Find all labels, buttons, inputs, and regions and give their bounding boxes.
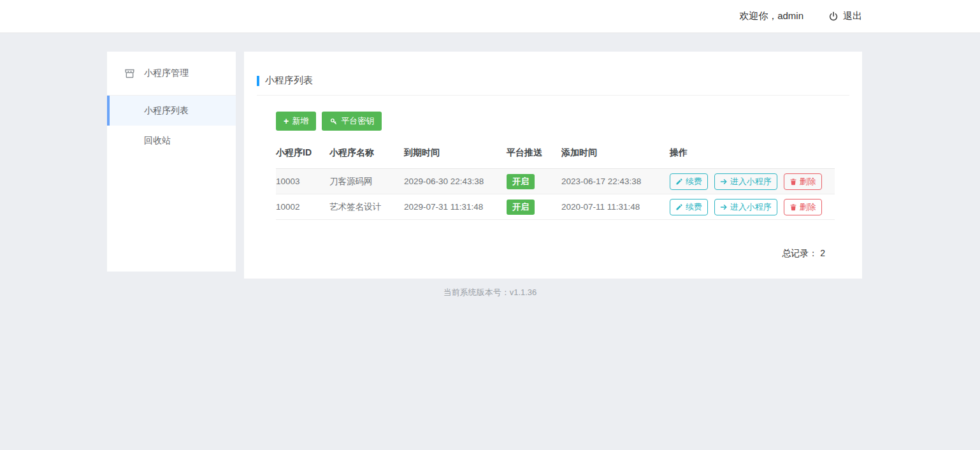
panel-title-text: 小程序列表 bbox=[265, 75, 313, 87]
col-header-name: 小程序名称 bbox=[329, 139, 404, 169]
cell-name: 刀客源码网 bbox=[329, 169, 404, 194]
delete-label: 删除 bbox=[800, 201, 816, 213]
sidebar-item-label: 小程序列表 bbox=[144, 105, 189, 117]
logout-label: 退出 bbox=[843, 10, 862, 22]
renew-label: 续费 bbox=[686, 176, 702, 187]
col-header-id: 小程序ID bbox=[276, 139, 329, 169]
add-button[interactable]: + 新增 bbox=[276, 112, 316, 131]
sidebar: 小程序管理 小程序列表 回收站 bbox=[107, 52, 236, 272]
total-records: 总记录： 2 bbox=[276, 248, 835, 259]
sidebar-item-recycle-bin[interactable]: 回收站 bbox=[107, 126, 236, 156]
col-header-actions: 操作 bbox=[670, 139, 835, 169]
cell-expire: 2029-06-30 22:43:38 bbox=[404, 169, 507, 194]
col-header-added: 添加时间 bbox=[561, 139, 670, 169]
cell-id: 10003 bbox=[276, 169, 329, 194]
delete-button[interactable]: 删除 bbox=[784, 199, 822, 215]
cell-expire: 2029-07-31 11:31:48 bbox=[404, 194, 507, 220]
status-badge: 开启 bbox=[507, 200, 535, 215]
power-icon bbox=[828, 11, 839, 22]
sidebar-item-label: 回收站 bbox=[144, 135, 171, 147]
enter-miniprogram-button[interactable]: 进入小程序 bbox=[714, 173, 777, 190]
table-row: 10002 艺术签名设计 2029-07-31 11:31:48 开启 2020… bbox=[276, 194, 835, 220]
topbar: 欢迎你，admin 退出 bbox=[0, 0, 980, 33]
delete-label: 删除 bbox=[800, 176, 816, 187]
sidebar-item-miniprogram-list[interactable]: 小程序列表 bbox=[107, 96, 236, 126]
page-body: 小程序管理 小程序列表 回收站 小程序列表 + 新增 bbox=[107, 52, 980, 279]
pencil-icon bbox=[675, 178, 683, 185]
renew-button[interactable]: 续费 bbox=[670, 173, 708, 190]
enter-label: 进入小程序 bbox=[730, 176, 772, 187]
panel-content: + 新增 平台密钥 bbox=[244, 112, 862, 259]
platform-key-button[interactable]: 平台密钥 bbox=[322, 112, 382, 131]
cell-added: 2020-07-11 11:31:48 bbox=[561, 194, 670, 220]
renew-button[interactable]: 续费 bbox=[670, 199, 708, 215]
table-header-row: 小程序ID 小程序名称 到期时间 平台推送 添加时间 操作 bbox=[276, 139, 835, 169]
version-footer: 当前系统版本号：v1.1.36 bbox=[0, 287, 980, 298]
trash-icon bbox=[789, 203, 797, 211]
storefront-icon bbox=[124, 68, 136, 80]
plus-icon: + bbox=[284, 117, 289, 126]
key-icon bbox=[329, 117, 338, 126]
logout-button[interactable]: 退出 bbox=[828, 10, 862, 22]
renew-label: 续费 bbox=[686, 201, 702, 213]
miniprogram-table: 小程序ID 小程序名称 到期时间 平台推送 添加时间 操作 10003 刀客源码… bbox=[276, 139, 835, 220]
sidebar-group-miniprogram-management[interactable]: 小程序管理 bbox=[107, 52, 236, 96]
toolbar: + 新增 平台密钥 bbox=[276, 112, 835, 131]
cell-id: 10002 bbox=[276, 194, 329, 220]
col-header-expire: 到期时间 bbox=[404, 139, 507, 169]
sidebar-group-label: 小程序管理 bbox=[144, 68, 189, 79]
arrow-right-icon bbox=[720, 203, 728, 211]
enter-miniprogram-button[interactable]: 进入小程序 bbox=[714, 199, 777, 215]
panel-title: 小程序列表 bbox=[257, 52, 849, 96]
enter-label: 进入小程序 bbox=[730, 201, 772, 213]
title-accent-bar bbox=[257, 76, 259, 86]
cell-added: 2023-06-17 22:43:38 bbox=[561, 169, 670, 194]
delete-button[interactable]: 删除 bbox=[784, 173, 822, 190]
status-badge: 开启 bbox=[507, 174, 535, 189]
table-row: 10003 刀客源码网 2029-06-30 22:43:38 开启 2023-… bbox=[276, 169, 835, 194]
platform-key-label: 平台密钥 bbox=[341, 115, 374, 127]
arrow-right-icon bbox=[720, 178, 728, 185]
welcome-text: 欢迎你，admin bbox=[739, 10, 803, 22]
col-header-push: 平台推送 bbox=[507, 139, 561, 169]
add-button-label: 新增 bbox=[292, 115, 308, 127]
main-panel: 小程序列表 + 新增 平台密钥 bbox=[244, 52, 862, 279]
trash-icon bbox=[789, 178, 797, 185]
cell-name: 艺术签名设计 bbox=[329, 194, 404, 220]
pencil-icon bbox=[675, 203, 683, 211]
